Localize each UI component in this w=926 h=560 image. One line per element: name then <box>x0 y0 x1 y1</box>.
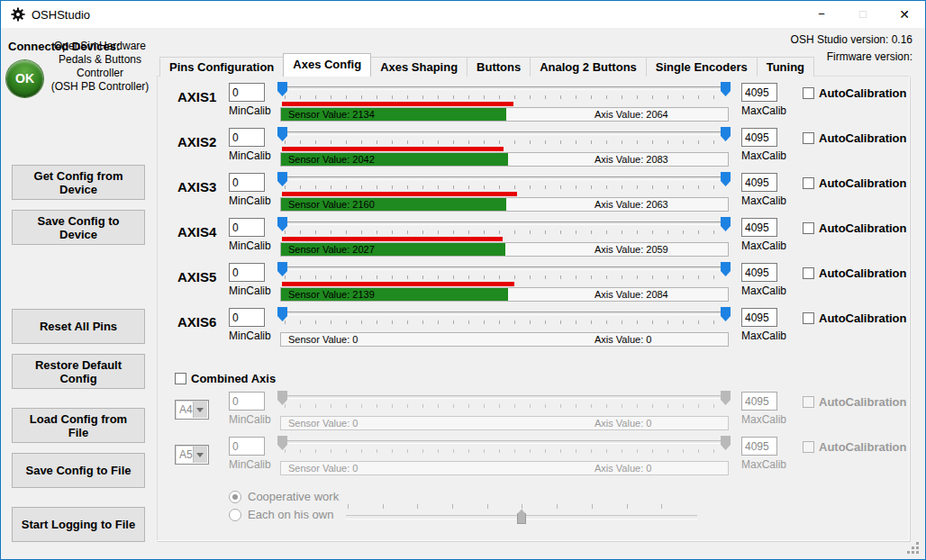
min-calib-input[interactable] <box>229 308 265 327</box>
max-calib-input[interactable] <box>741 128 777 147</box>
max-calib-input <box>741 392 777 411</box>
close-button[interactable]: ✕ <box>884 1 925 28</box>
sensor-raw-bar <box>282 282 514 286</box>
radio-cooperative-work[interactable]: Cooperative work <box>229 490 339 503</box>
min-calib-label: MinCalib <box>229 330 271 342</box>
autocalibration-label: AutoCalibration <box>819 86 907 100</box>
slider-min-handle[interactable] <box>277 217 287 231</box>
slider-handle[interactable] <box>517 510 526 524</box>
min-calib-input[interactable] <box>229 128 265 147</box>
slider-groove <box>279 86 729 90</box>
device-name: OpenSimHardware Pedals & Buttons Control… <box>41 40 159 94</box>
calibration-slider: Sensor Value: 0 Axis Value: 0 <box>277 305 731 350</box>
slider-min-handle[interactable] <box>277 82 287 96</box>
radio-each-on-his-own[interactable]: Each on his own <box>229 508 333 521</box>
tab-tuning[interactable]: Tuning <box>757 57 814 77</box>
min-calib-input[interactable] <box>229 263 265 282</box>
combined-axis-checkbox[interactable] <box>175 373 186 384</box>
axis-row-axis4: AXIS4 MinCalib Sensor Value: 2027 Axis V… <box>157 215 910 260</box>
autocalibration-label: AutoCalibration <box>819 395 907 409</box>
mix-ratio-slider[interactable] <box>346 502 697 524</box>
tab-pins-configuration[interactable]: Pins Configuration <box>159 57 284 77</box>
slider-min-handle[interactable] <box>277 307 287 321</box>
sidebar-button-get-config-from-device[interactable]: Get Config from Device <box>12 165 145 200</box>
sensor-value-text: Sensor Value: 2139 <box>288 289 375 300</box>
min-calib-label: MinCalib <box>229 458 271 471</box>
slider-ticks <box>285 449 723 453</box>
autocalibration-checkbox[interactable] <box>803 177 814 189</box>
oshstudio-window: OSHStudio − □ ✕ Connected Devices: OK Op… <box>0 0 926 560</box>
sidebar-button-reset-all-pins[interactable]: Reset All Pins <box>12 309 145 344</box>
slider-min-handle[interactable] <box>277 172 287 186</box>
sidebar-button-restore-default-config[interactable]: Restore Default Config <box>12 354 145 389</box>
axis-label: AXIS3 <box>177 179 216 194</box>
autocalibration-label: AutoCalibration <box>819 131 907 145</box>
studio-version-label: OSH Studio version: 0.16 <box>791 33 912 46</box>
slider-ticks <box>348 504 696 509</box>
slider-max-handle[interactable] <box>721 82 731 96</box>
min-calib-label: MinCalib <box>229 413 271 426</box>
slider-groove <box>279 395 729 399</box>
tab-single-encoders[interactable]: Single Encoders <box>646 57 758 77</box>
axis-row-axis2: AXIS2 MinCalib Sensor Value: 2042 Axis V… <box>157 125 910 170</box>
slider-max-handle[interactable] <box>721 307 731 321</box>
minimize-button[interactable]: − <box>801 1 842 28</box>
axis-row-axis3: AXIS3 MinCalib Sensor Value: 2160 Axis V… <box>157 170 910 215</box>
channel-select-value: A5 <box>179 448 193 461</box>
slider-min-handle[interactable] <box>277 262 287 276</box>
max-calib-input[interactable] <box>741 83 777 102</box>
radio-icon[interactable] <box>229 491 241 503</box>
min-calib-input <box>229 437 265 456</box>
axis-progressbar: Sensor Value: 0 Axis Value: 0 <box>280 332 729 347</box>
slider-ticks <box>285 404 723 408</box>
axis-row-axis1: AXIS1 MinCalib Sensor Value: 2134 Axis V… <box>157 80 910 125</box>
autocalibration-checkbox[interactable] <box>803 267 814 279</box>
tab-analog-2-buttons[interactable]: Analog 2 Buttons <box>530 57 647 77</box>
slider-max-handle <box>721 391 731 405</box>
autocalibration-checkbox[interactable] <box>803 222 814 234</box>
min-calib-input[interactable] <box>229 173 265 192</box>
axis-progressbar: Sensor Value: 2134 Axis Value: 2064 <box>280 107 729 122</box>
sidebar-button-save-config-to-device[interactable]: Save Config to Device <box>12 210 145 245</box>
max-calib-input[interactable] <box>741 218 777 237</box>
max-calib-input[interactable] <box>741 263 777 282</box>
slider-max-handle[interactable] <box>721 127 731 141</box>
tab-axes-shaping[interactable]: Axes Shaping <box>370 57 468 77</box>
max-calib-input[interactable] <box>741 173 777 192</box>
axis-label: AXIS4 <box>177 224 216 239</box>
min-calib-input <box>229 392 265 411</box>
axis-label: AXIS6 <box>177 314 216 330</box>
min-calib-input[interactable] <box>229 83 265 102</box>
slider-groove <box>279 440 729 444</box>
slider-max-handle[interactable] <box>721 217 731 231</box>
axis-value-text: Axis Value: 2083 <box>595 154 668 165</box>
sensor-value-text: Sensor Value: 0 <box>288 418 358 429</box>
slider-max-handle[interactable] <box>721 172 731 186</box>
tab-axes-config[interactable]: Axes Config <box>283 53 371 77</box>
slider-min-handle[interactable] <box>277 127 287 141</box>
max-calib-label: MaxCalib <box>741 458 786 471</box>
calibration-slider: Sensor Value: 2134 Axis Value: 2064 <box>277 80 731 125</box>
sidebar-button-start-logging-to-file[interactable]: Start Logging to File <box>12 507 145 542</box>
channel-select: A4 <box>175 400 209 420</box>
autocalibration-checkbox[interactable] <box>803 312 814 324</box>
sensor-value-text: Sensor Value: 2160 <box>288 199 375 210</box>
autocalibration-checkbox[interactable] <box>803 87 814 99</box>
sidebar-button-save-config-to-file[interactable]: Save Config to File <box>12 453 145 488</box>
radio-icon[interactable] <box>229 509 241 521</box>
autocalibration-checkbox[interactable] <box>803 132 814 144</box>
slider-groove <box>279 131 729 135</box>
autocalibration-label: AutoCalibration <box>819 440 907 454</box>
slider-max-handle <box>721 436 731 450</box>
axis-progressbar: Sensor Value: 2139 Axis Value: 2084 <box>280 287 729 302</box>
tab-buttons[interactable]: Buttons <box>467 57 531 77</box>
max-calib-input[interactable] <box>741 308 777 327</box>
axis-progressbar: Sensor Value: 0 Axis Value: 0 <box>280 416 729 430</box>
slider-min-handle <box>277 436 287 450</box>
resize-grip-icon[interactable] <box>906 541 920 555</box>
slider-max-handle[interactable] <box>721 262 731 276</box>
axis-row-axis6: AXIS6 MinCalib Sensor Value: 0 Axis Valu… <box>157 305 910 350</box>
min-calib-input[interactable] <box>229 218 265 237</box>
axis-row-axis5: AXIS5 MinCalib Sensor Value: 2139 Axis V… <box>157 260 910 305</box>
sidebar-button-load-config-from-file[interactable]: Load Config from File <box>12 408 145 443</box>
